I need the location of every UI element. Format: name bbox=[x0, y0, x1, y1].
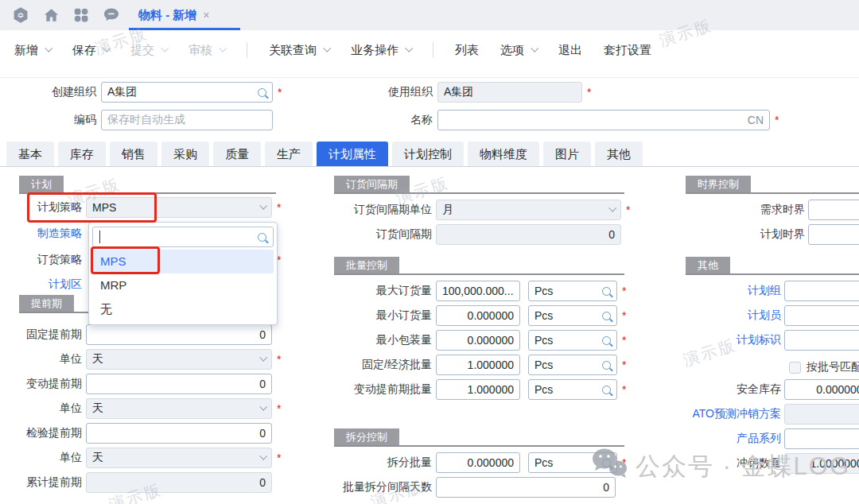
variable-leadtime-unit-combobox[interactable]: 天 bbox=[86, 398, 272, 419]
menu-options[interactable]: 选项 bbox=[500, 43, 537, 58]
tab-purchase[interactable]: 采购 bbox=[161, 142, 209, 166]
menu-business-ops[interactable]: 业务操作 bbox=[351, 43, 411, 58]
max-order-qty-unit-input[interactable]: Pcs bbox=[528, 281, 617, 301]
inspect-leadtime-input[interactable]: 0 bbox=[86, 423, 272, 444]
field-min-order-qty: 最小订货量 0.000000 Pcs * bbox=[318, 305, 628, 326]
tab-inventory[interactable]: 库存 bbox=[58, 142, 106, 166]
dropdown-option-mps[interactable]: MPS bbox=[92, 250, 274, 273]
menu-save[interactable]: 保存 bbox=[72, 43, 109, 58]
field-variable-leadtime: 变动提前期 0 bbox=[0, 374, 272, 394]
min-pack-qty-unit-input[interactable]: Pcs bbox=[528, 330, 617, 351]
split-interval-days-input[interactable]: 0 bbox=[436, 477, 616, 498]
home-icon[interactable] bbox=[42, 6, 60, 25]
plan-area-label[interactable]: 计划区 bbox=[0, 277, 86, 292]
search-icon[interactable] bbox=[258, 233, 266, 242]
fixed-economic-batch-input[interactable]: 1.000000 bbox=[436, 355, 520, 375]
chat-icon[interactable] bbox=[102, 6, 121, 25]
chevron-down-icon bbox=[259, 201, 267, 209]
dropdown-option-mrp[interactable]: MRP bbox=[92, 273, 274, 297]
tab-plan-attributes[interactable]: 计划属性 bbox=[317, 142, 388, 166]
field-max-order-qty: 最大订货量 100,000.000... Pcs * bbox=[318, 281, 628, 301]
min-order-qty-input[interactable]: 0.000000 bbox=[436, 305, 520, 326]
product-series-input[interactable] bbox=[784, 428, 859, 449]
tab-production[interactable]: 生产 bbox=[265, 142, 313, 166]
batch-match-label: 按批号匹配 bbox=[807, 360, 859, 374]
menu-list[interactable]: 列表 bbox=[455, 43, 479, 58]
search-icon[interactable] bbox=[602, 459, 611, 467]
search-icon[interactable] bbox=[602, 336, 611, 345]
max-order-qty-input[interactable]: 100,000.000... bbox=[436, 281, 520, 301]
field-variable-leadtime-unit: 单位 天 * bbox=[0, 398, 283, 419]
search-icon[interactable] bbox=[602, 361, 611, 370]
split-batch-input[interactable]: 0.000000 bbox=[436, 452, 520, 473]
plan-fence-input[interactable] bbox=[808, 224, 859, 245]
field-plan-area: 计划区 bbox=[0, 274, 86, 295]
mfg-strategy-label[interactable]: 制造策略 bbox=[0, 227, 86, 241]
menu-print-settings[interactable]: 套打设置 bbox=[604, 43, 651, 58]
menu-exit[interactable]: 退出 bbox=[558, 43, 582, 58]
ato-offset-plan-label[interactable]: ATO预测冲销方案 bbox=[676, 407, 784, 421]
field-split-interval-days: 批量拆分间隔天数 0 bbox=[318, 477, 616, 498]
document-tab-title: 物料 - 新增 bbox=[138, 8, 196, 23]
apps-grid-icon[interactable] bbox=[72, 6, 90, 24]
planner-label[interactable]: 计划员 bbox=[676, 308, 784, 323]
inspect-leadtime-unit-combobox[interactable]: 天 bbox=[86, 448, 272, 468]
field-code: 编码 保存时自动生成 bbox=[16, 110, 273, 130]
demand-fence-input[interactable] bbox=[808, 200, 859, 220]
menu-bar: 新增 保存 提交 审核 关联查询 业务操作 列表 选项 退出 套打设置 bbox=[0, 30, 859, 70]
menu-separator bbox=[247, 42, 247, 58]
batch-match-checkbox[interactable] bbox=[789, 362, 801, 374]
required-marker: * bbox=[277, 402, 283, 415]
tab-other[interactable]: 其他 bbox=[595, 142, 643, 166]
variable-leadtime-batch-unit-input[interactable]: Pcs bbox=[528, 379, 617, 400]
variable-leadtime-batch-input[interactable]: 1.000000 bbox=[436, 379, 520, 400]
planner-input[interactable] bbox=[784, 305, 859, 326]
dropdown-search-input[interactable] bbox=[92, 227, 274, 247]
order-interval-unit-combobox[interactable]: 月 bbox=[436, 200, 621, 220]
field-ato-offset-plan: ATO预测冲销方案 bbox=[676, 404, 859, 425]
plan-flag-label[interactable]: 计划标识 bbox=[676, 333, 784, 347]
search-icon[interactable] bbox=[602, 386, 611, 394]
safety-stock-input[interactable]: 0.000000000 bbox=[784, 379, 859, 400]
code-input[interactable]: 保存时自动生成 bbox=[101, 110, 273, 130]
fixed-leadtime-input[interactable]: 0 bbox=[86, 324, 272, 345]
dropdown-option-none[interactable]: 无 bbox=[92, 297, 274, 321]
material-new-window: 物料 - 新增 × 新增 保存 提交 审核 关联查询 业务操作 列表 选项 退出… bbox=[0, 0, 859, 504]
tab-material-dimension[interactable]: 物料维度 bbox=[468, 142, 539, 166]
fixed-economic-batch-unit-input[interactable]: Pcs bbox=[528, 355, 617, 375]
name-input[interactable]: CN bbox=[437, 110, 770, 130]
chevron-down-icon bbox=[531, 44, 538, 52]
field-split-batch: 拆分批量 0.000000 Pcs * bbox=[318, 452, 628, 473]
tab-plan-control[interactable]: 计划控制 bbox=[392, 142, 464, 166]
required-marker: * bbox=[626, 204, 632, 216]
plan-group-input[interactable] bbox=[784, 281, 859, 301]
text-cursor bbox=[99, 231, 100, 243]
plan-group-label[interactable]: 计划组 bbox=[676, 284, 784, 298]
product-series-label[interactable]: 产品系列 bbox=[676, 432, 784, 446]
create-org-input[interactable]: A集团 bbox=[101, 82, 273, 103]
menu-related-query[interactable]: 关联查询 bbox=[269, 43, 329, 58]
split-batch-unit-input[interactable]: Pcs bbox=[528, 452, 617, 473]
fixed-leadtime-unit-combobox[interactable]: 天 bbox=[86, 349, 272, 370]
plan-flag-input[interactable] bbox=[784, 330, 859, 351]
cumulative-leadtime-input: 0 bbox=[86, 472, 272, 493]
variable-leadtime-input[interactable]: 0 bbox=[86, 374, 272, 394]
search-icon[interactable] bbox=[602, 287, 611, 296]
required-marker: * bbox=[278, 86, 284, 99]
document-tab[interactable]: 物料 - 新增 × bbox=[129, 0, 220, 30]
chevron-down-icon bbox=[103, 44, 111, 52]
search-icon[interactable] bbox=[258, 88, 266, 97]
min-pack-qty-input[interactable]: 0.000000 bbox=[436, 330, 520, 351]
min-order-qty-unit-input[interactable]: Pcs bbox=[528, 305, 617, 326]
required-marker: * bbox=[587, 86, 593, 99]
tab-picture[interactable]: 图片 bbox=[543, 142, 591, 166]
tab-sales[interactable]: 销售 bbox=[110, 142, 157, 166]
close-icon[interactable]: × bbox=[203, 9, 209, 21]
tab-quality[interactable]: 质量 bbox=[213, 142, 261, 166]
search-icon[interactable] bbox=[602, 312, 611, 320]
menu-new[interactable]: 新增 bbox=[14, 43, 51, 58]
tab-basic[interactable]: 基本 bbox=[6, 142, 54, 166]
logo-icon[interactable] bbox=[11, 6, 30, 25]
chevron-down-icon bbox=[45, 44, 52, 52]
plan-strategy-combobox[interactable]: MPS bbox=[86, 197, 272, 218]
